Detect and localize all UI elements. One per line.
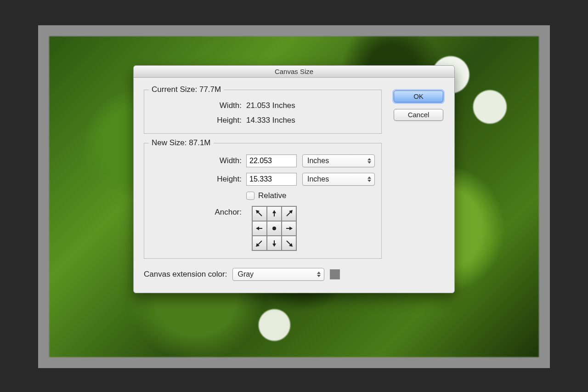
anchor-grid [252,206,297,251]
anchor-nw[interactable] [252,206,267,221]
extension-color-swatch[interactable] [330,269,340,279]
current-size-group: Current Size: 77.7M Width: 21.053 Inches… [144,90,382,134]
extension-color-value: Gray [237,270,254,278]
svg-marker-14 [272,244,276,247]
width-input[interactable] [246,154,297,167]
ok-button[interactable]: OK [394,91,443,102]
stepper-icon [366,175,373,184]
current-width-label: Width: [151,101,242,110]
current-width-value: 21.053 Inches [246,101,295,110]
new-size-group: New Size: 87.1M Width: Inches Height: [144,143,382,259]
anchor-c[interactable] [267,221,282,236]
svg-marker-10 [289,227,293,230]
anchor-se[interactable] [282,236,296,250]
svg-marker-7 [256,227,259,230]
current-size-legend: Current Size: 77.7M [149,85,224,94]
anchor-ne[interactable] [282,206,296,221]
anchor-sw[interactable] [252,236,267,250]
relative-label: Relative [258,191,286,200]
height-input[interactable] [246,173,297,186]
height-unit-select[interactable]: Inches [302,173,375,186]
width-unit-select[interactable]: Inches [302,154,375,167]
anchor-label: Anchor: [151,206,242,217]
height-unit-value: Inches [307,175,329,183]
canvas-size-dialog: Canvas Size Current Size: 77.7M Width: 2… [133,65,455,293]
new-height-label: Height: [151,175,242,184]
dialog-title: Canvas Size [134,66,454,78]
anchor-w[interactable] [252,221,267,236]
new-size-legend: New Size: 87.1M [149,138,214,148]
svg-marker-3 [272,210,276,213]
stepper-icon [316,270,322,279]
anchor-s[interactable] [267,236,282,250]
extension-color-label: Canvas extension color: [144,270,227,279]
current-height-label: Height: [151,116,242,125]
svg-point-8 [272,227,276,230]
current-height-value: 14.333 Inches [246,116,295,125]
width-unit-value: Inches [307,157,329,165]
anchor-n[interactable] [267,206,282,221]
relative-checkbox[interactable] [246,192,254,200]
cancel-button[interactable]: Cancel [394,109,443,121]
extension-color-select[interactable]: Gray [232,268,324,281]
stepper-icon [366,156,373,165]
anchor-e[interactable] [282,221,296,236]
new-width-label: Width: [151,156,242,165]
